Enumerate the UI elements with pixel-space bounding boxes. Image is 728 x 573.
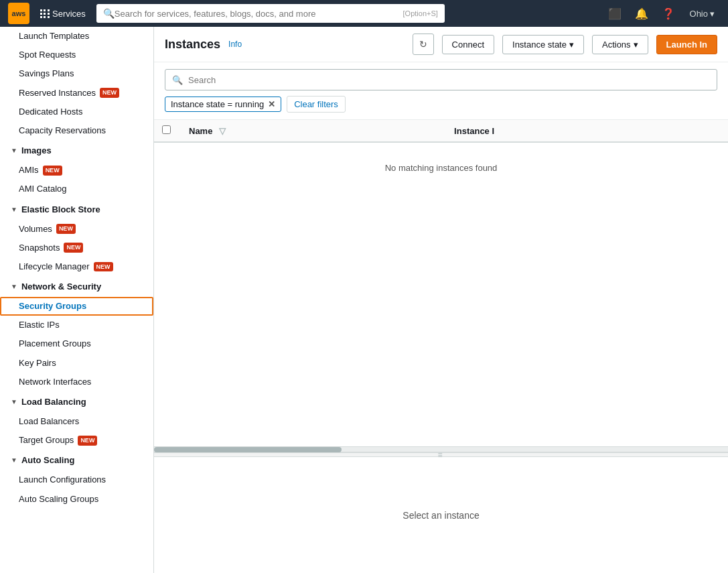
sidebar-item-security-groups[interactable]: Security Groups: [0, 297, 153, 316]
sidebar-item-auto-scaling-groups[interactable]: Auto Scaling Groups: [0, 490, 153, 509]
no-results-text: No matching instances found: [385, 163, 498, 173]
select-instance-text: Select an instance: [403, 510, 479, 521]
instances-title: Instances: [165, 38, 220, 52]
sidebar-item-capacity-reservations[interactable]: Capacity Reservations: [0, 121, 153, 140]
sidebar-item-lifecycle-manager[interactable]: Lifecycle Manager New: [0, 257, 153, 276]
search-icon: 🔍: [103, 8, 115, 19]
clear-filters-button[interactable]: Clear filters: [287, 96, 346, 113]
top-navigation: aws Services 🔍 [Option+S] ⬛ 🔔 ❓ Ohio ▾: [0, 0, 728, 27]
info-link[interactable]: Info: [228, 40, 242, 49]
filter-chip-instance-state: Instance state = running ✕: [165, 97, 281, 112]
sidebar-item-spot-requests[interactable]: Spot Requests: [0, 46, 153, 64]
grid-icon: [40, 9, 50, 18]
sidebar-item-reserved-instances[interactable]: Reserved Instances New: [0, 84, 153, 103]
sidebar-item-network-interfaces[interactable]: Network Interfaces: [0, 373, 153, 391]
sidebar-item-amis[interactable]: AMIs New: [0, 161, 153, 180]
region-label: Ohio: [690, 9, 708, 19]
chevron-down-icon: ▾: [569, 40, 574, 50]
sidebar-item-snapshots[interactable]: Snapshots New: [0, 239, 153, 257]
help-icon-button[interactable]: ❓: [658, 3, 679, 24]
col-header-instance-id: Instance I: [446, 120, 728, 142]
sidebar-section-network-security[interactable]: ▼ Network & Security: [0, 276, 153, 297]
region-button[interactable]: Ohio ▾: [684, 6, 720, 21]
instances-search-wrap[interactable]: 🔍: [165, 69, 717, 90]
sidebar-item-key-pairs[interactable]: Key Pairs: [0, 354, 153, 373]
chevron-down-icon: ▼: [11, 456, 17, 464]
sidebar-item-ami-catalog[interactable]: AMI Catalog: [0, 180, 153, 198]
horizontal-scrollbar[interactable]: [154, 446, 728, 452]
sidebar-item-savings-plans[interactable]: Savings Plans: [0, 64, 153, 83]
instances-header: Instances Info ↻ Connect Instance state …: [154, 27, 728, 62]
scrollbar-thumb: [154, 447, 342, 452]
filter-chip-remove-button[interactable]: ✕: [268, 100, 275, 109]
connect-button[interactable]: Connect: [442, 35, 494, 54]
launch-instance-button[interactable]: Launch In: [656, 35, 717, 54]
sidebar-section-load-balancing[interactable]: ▼ Load Balancing: [0, 391, 153, 412]
search-shortcut: [Option+S]: [403, 9, 438, 17]
chevron-down-icon: ▼: [11, 206, 17, 213]
instance-state-button[interactable]: Instance state ▾: [502, 35, 584, 54]
global-search-input[interactable]: [115, 9, 403, 19]
chevron-down-icon: ▾: [634, 40, 638, 50]
detail-content: Select an instance: [154, 457, 728, 573]
sidebar-item-placement-groups[interactable]: Placement Groups: [0, 334, 153, 353]
sidebar-item-dedicated-hosts[interactable]: Dedicated Hosts: [0, 103, 153, 121]
bell-icon-button[interactable]: 🔔: [631, 3, 652, 24]
chevron-down-icon: ▼: [11, 398, 17, 405]
new-badge: New: [78, 436, 97, 446]
detail-panel: ≡ Select an instance: [154, 452, 728, 573]
filter-chip-label: Instance state = running: [171, 99, 264, 109]
col-header-name: Name ▽: [181, 120, 446, 142]
sidebar-item-launch-configurations[interactable]: Launch Configurations: [0, 470, 153, 489]
nav-icons: ⬛ 🔔 ❓ Ohio ▾: [604, 3, 720, 24]
new-badge: New: [100, 88, 119, 98]
sidebar-item-target-groups[interactable]: Target Groups New: [0, 431, 153, 450]
aws-logo[interactable]: aws: [8, 3, 29, 24]
search-icon: 🔍: [172, 75, 183, 85]
instances-table-container: Name ▽ Instance I No matching instances …: [154, 120, 728, 446]
select-all-checkbox[interactable]: [162, 125, 171, 134]
instances-panel: Instances Info ↻ Connect Instance state …: [154, 27, 728, 452]
new-badge: New: [64, 243, 83, 253]
chevron-down-icon: ▼: [11, 283, 17, 290]
global-search-bar[interactable]: 🔍 [Option+S]: [96, 4, 445, 23]
content-area: Instances Info ↻ Connect Instance state …: [154, 27, 728, 573]
sidebar: Launch Templates Spot Requests Savings P…: [0, 27, 154, 573]
actions-button[interactable]: Actions ▾: [592, 35, 648, 54]
sidebar-section-images[interactable]: ▼ Images: [0, 140, 153, 161]
instances-search-input[interactable]: [188, 75, 710, 85]
sidebar-item-launch-templates[interactable]: Launch Templates: [0, 27, 153, 46]
sidebar-section-ebs[interactable]: ▼ Elastic Block Store: [0, 199, 153, 220]
new-badge: New: [56, 224, 76, 234]
sort-icon: ▽: [219, 126, 226, 136]
services-label: Services: [52, 9, 86, 19]
filter-chips: Instance state = running ✕ Clear filters: [165, 96, 717, 113]
sidebar-item-load-balancers[interactable]: Load Balancers: [0, 412, 153, 431]
new-badge: New: [43, 166, 62, 176]
new-badge: New: [94, 262, 113, 272]
no-results-row: No matching instances found: [154, 142, 728, 193]
sidebar-item-elastic-ips[interactable]: Elastic IPs: [0, 316, 153, 334]
sidebar-item-volumes[interactable]: Volumes New: [0, 220, 153, 239]
services-menu-button[interactable]: Services: [35, 6, 91, 21]
chevron-down-icon: ▼: [11, 147, 17, 154]
refresh-button[interactable]: ↻: [413, 34, 434, 55]
instances-table: Name ▽ Instance I No matching instances …: [154, 120, 728, 193]
screen-icon-button[interactable]: ⬛: [604, 3, 626, 24]
filter-bar: 🔍 Instance state = running ✕ Clear filte…: [154, 62, 728, 120]
chevron-down-icon: ▾: [710, 9, 715, 19]
sidebar-section-auto-scaling[interactable]: ▼ Auto Scaling: [0, 450, 153, 470]
